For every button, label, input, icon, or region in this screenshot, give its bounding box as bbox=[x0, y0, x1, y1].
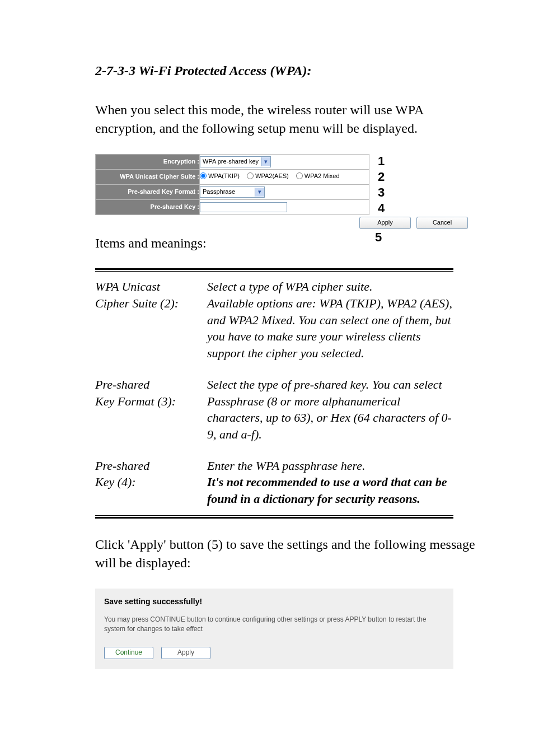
apply-button[interactable]: Apply bbox=[161, 647, 210, 659]
keyformat-label: Pre-shared Key Format : bbox=[96, 184, 200, 199]
callout-4: 4 bbox=[374, 201, 388, 217]
presharedkey-label: Pre-shared Key : bbox=[96, 199, 200, 214]
cipher-radio-wpa2-mixed[interactable] bbox=[296, 172, 303, 179]
item-term: WPA UnicastCipher Suite (2): bbox=[95, 278, 207, 361]
save-success-message: You may press CONTINUE button to continu… bbox=[104, 615, 444, 633]
table-row: Pre-sharedKey Format (3): Select the typ… bbox=[95, 376, 453, 443]
save-success-panel: Save setting successfully! You may press… bbox=[95, 589, 453, 669]
apply-note: Click 'Apply' button (5) to save the set… bbox=[95, 535, 486, 573]
item-desc: Select a type of WPA cipher suite.Availa… bbox=[207, 278, 453, 361]
items-table: WPA UnicastCipher Suite (2): Select a ty… bbox=[95, 268, 453, 518]
items-heading: Items and meanings: bbox=[95, 234, 486, 253]
continue-button[interactable]: Continue bbox=[104, 647, 153, 659]
callout-2: 2 bbox=[374, 170, 388, 185]
table-row: Pre-sharedKey (4): Enter the WPA passphr… bbox=[95, 458, 453, 507]
encryption-select[interactable]: WPA pre-shared key ▾ bbox=[200, 156, 271, 167]
item-term: Pre-sharedKey Format (3): bbox=[95, 376, 207, 443]
save-success-title: Save setting successfully! bbox=[104, 596, 444, 608]
intro-paragraph: When you select this mode, the wireless … bbox=[95, 101, 486, 138]
keyformat-select[interactable]: Passphrase ▾ bbox=[200, 186, 265, 198]
callout-1: 1 bbox=[374, 154, 388, 170]
callout-5: 5 bbox=[375, 229, 382, 246]
item-desc: Select the type of pre-shared key. You c… bbox=[207, 376, 453, 443]
item-desc: Enter the WPA passphrase here. It's not … bbox=[207, 458, 453, 507]
cipher-option-wpa2-aes[interactable]: WPA2(AES) bbox=[247, 172, 289, 180]
keyformat-select-value: Passphrase bbox=[203, 188, 235, 196]
item-term: Pre-sharedKey (4): bbox=[95, 458, 207, 507]
encryption-select-value: WPA pre-shared key bbox=[203, 157, 259, 166]
cancel-button[interactable]: Cancel bbox=[416, 217, 468, 229]
cipher-radio-wpa-tkip[interactable] bbox=[200, 172, 207, 179]
table-row: WPA UnicastCipher Suite (2): Select a ty… bbox=[95, 278, 453, 361]
presharedkey-input[interactable] bbox=[200, 202, 287, 212]
section-heading: 2-7-3-3 Wi-Fi Protected Access (WPA): bbox=[95, 62, 486, 81]
cipher-option-label: WPA2 Mixed bbox=[305, 172, 340, 180]
cipher-option-label: WPA(TKIP) bbox=[208, 172, 240, 180]
cipher-option-wpa-tkip[interactable]: WPA(TKIP) bbox=[200, 172, 240, 180]
apply-button[interactable]: Apply bbox=[359, 217, 411, 229]
cipher-radio-wpa2-aes[interactable] bbox=[247, 172, 254, 179]
chevron-down-icon: ▾ bbox=[261, 157, 270, 166]
wpa-settings-form: Encryption : WPA pre-shared key ▾ WPA Un… bbox=[95, 154, 459, 215]
callout-3: 3 bbox=[374, 185, 388, 201]
callout-numbers: 1 2 3 4 bbox=[374, 154, 388, 217]
cipher-option-wpa2-mixed[interactable]: WPA2 Mixed bbox=[296, 172, 340, 180]
cipher-label: WPA Unicast Cipher Suite : bbox=[96, 169, 200, 184]
chevron-down-icon: ▾ bbox=[255, 188, 264, 197]
cipher-option-label: WPA2(AES) bbox=[255, 172, 289, 180]
encryption-label: Encryption : bbox=[96, 154, 200, 169]
